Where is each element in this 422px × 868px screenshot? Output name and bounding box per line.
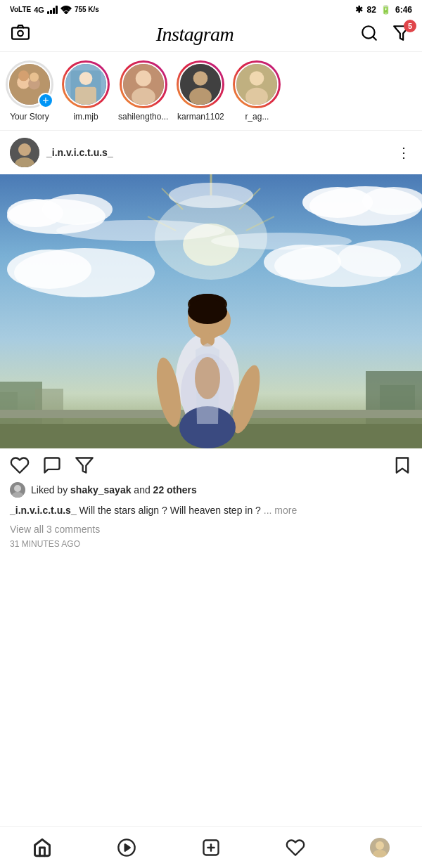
post-more-button[interactable]: ⋮ bbox=[397, 144, 412, 161]
nav-reels-button[interactable] bbox=[117, 838, 136, 857]
svg-marker-68 bbox=[76, 458, 92, 473]
svg-point-8 bbox=[18, 70, 29, 81]
karman1102-avatar bbox=[179, 63, 222, 106]
post-user-avatar[interactable] bbox=[10, 138, 39, 167]
story-item-r-ag[interactable]: r_ag... bbox=[233, 60, 281, 122]
post-user-info: _i.n.v.i.c.t.u.s_ bbox=[10, 138, 113, 167]
post-username[interactable]: _i.n.v.i.c.t.u.s_ bbox=[46, 147, 113, 158]
svg-point-79 bbox=[376, 841, 384, 850]
likes-and: and bbox=[131, 484, 153, 495]
message-badge: 5 bbox=[404, 20, 416, 32]
karman1102-avatar-wrap bbox=[177, 60, 224, 108]
signal-bars bbox=[47, 6, 58, 14]
battery-level: 82 bbox=[367, 5, 376, 15]
svg-point-46 bbox=[56, 220, 225, 241]
svg-point-41 bbox=[264, 245, 341, 280]
search-button[interactable] bbox=[360, 24, 378, 45]
post-caption: _i.n.v.i.c.t.u.s_ Will the stars align ?… bbox=[0, 502, 422, 522]
im-mjb-avatar bbox=[64, 63, 108, 106]
r-ag-ring bbox=[233, 60, 281, 108]
im-mjb-avatar-wrap bbox=[62, 60, 110, 108]
your-story-label: Your Story bbox=[10, 112, 49, 122]
post-actions bbox=[0, 448, 422, 481]
post-image-svg bbox=[0, 174, 422, 448]
caption-text: Will the stars align ? Will heaven step … bbox=[79, 505, 261, 516]
caption-more-link[interactable]: ... more bbox=[264, 505, 297, 516]
story-item-karman1102[interactable]: karman1102 bbox=[177, 60, 224, 122]
story-item-im-mjb[interactable]: im.mjb bbox=[62, 60, 110, 122]
svg-rect-0 bbox=[12, 27, 29, 39]
svg-point-47 bbox=[211, 233, 352, 250]
svg-point-38 bbox=[302, 187, 373, 218]
status-bar: VoLTE 4G 755 K/s ✱ 82 🔋 6:46 bbox=[0, 0, 422, 18]
network-label: 4G bbox=[34, 6, 44, 14]
post-header: _i.n.v.i.c.t.u.s_ ⋮ bbox=[0, 131, 422, 174]
r-ag-label: r_ag... bbox=[245, 112, 269, 122]
r-ag-avatar-wrap bbox=[233, 60, 281, 108]
svg-point-67 bbox=[195, 357, 220, 399]
nav-activity-button[interactable] bbox=[286, 838, 305, 857]
im-mjb-label: im.mjb bbox=[73, 112, 98, 122]
im-mjb-ring bbox=[62, 60, 110, 108]
bluetooth-icon: ✱ bbox=[355, 4, 363, 15]
app-header: Instagram 5 bbox=[0, 18, 422, 52]
comment-button[interactable] bbox=[42, 455, 62, 475]
sahilengeth-avatar-wrap bbox=[120, 60, 167, 108]
likes-count: 22 others bbox=[153, 484, 197, 495]
nav-profile-button[interactable] bbox=[370, 838, 390, 857]
sahilengeth-avatar bbox=[122, 63, 165, 106]
svg-point-45 bbox=[169, 183, 253, 208]
r-ag-avatar bbox=[235, 63, 279, 106]
nav-home-button[interactable] bbox=[32, 838, 52, 857]
wifi-icon bbox=[60, 6, 72, 14]
post-timestamp: 31 minutes ago bbox=[0, 538, 422, 557]
karman1102-ring bbox=[177, 60, 224, 108]
svg-rect-13 bbox=[75, 87, 96, 105]
save-button[interactable] bbox=[392, 455, 412, 475]
speed-label: 755 K/s bbox=[75, 6, 99, 13]
app-logo: Instagram bbox=[156, 23, 234, 46]
svg-point-18 bbox=[193, 71, 208, 86]
svg-point-15 bbox=[135, 70, 151, 86]
story-item-your-story[interactable]: + Your Story bbox=[6, 60, 53, 122]
share-button[interactable] bbox=[75, 455, 94, 475]
post-image bbox=[0, 174, 422, 448]
add-story-button[interactable]: + bbox=[38, 93, 53, 108]
your-story-avatar-wrap: + bbox=[6, 60, 53, 108]
post-likes: Liked by shaky_sayak and 22 others bbox=[0, 481, 422, 502]
sahilengeth-ring bbox=[120, 60, 167, 108]
likes-pre: Liked by bbox=[31, 484, 70, 495]
status-right: ✱ 82 🔋 6:46 bbox=[355, 4, 412, 15]
svg-point-19 bbox=[189, 88, 212, 106]
bottom-nav bbox=[0, 826, 422, 868]
svg-point-71 bbox=[14, 485, 21, 492]
svg-line-3 bbox=[373, 37, 376, 40]
karman1102-label: karman1102 bbox=[177, 112, 224, 122]
svg-point-16 bbox=[132, 88, 155, 106]
svg-marker-69 bbox=[397, 458, 408, 473]
carrier-label: VoLTE bbox=[10, 6, 31, 13]
nav-add-button[interactable] bbox=[201, 838, 221, 857]
messages-button[interactable]: 5 bbox=[392, 24, 411, 45]
svg-point-1 bbox=[18, 31, 23, 37]
view-comments-link[interactable]: View all 3 comments bbox=[0, 522, 422, 538]
story-item-sahilengeth[interactable]: sahilengtho... bbox=[118, 60, 168, 122]
svg-point-9 bbox=[30, 72, 39, 82]
like-button[interactable] bbox=[10, 455, 30, 475]
svg-point-24 bbox=[18, 143, 31, 156]
post-actions-left bbox=[10, 455, 94, 475]
status-left: VoLTE 4G 755 K/s bbox=[10, 6, 99, 14]
svg-point-36 bbox=[42, 194, 113, 225]
svg-point-12 bbox=[79, 72, 93, 85]
svg-marker-74 bbox=[125, 844, 130, 850]
svg-point-22 bbox=[245, 88, 268, 106]
camera-button[interactable] bbox=[11, 24, 30, 45]
caption-username[interactable]: _i.n.v.i.c.t.u.s_ bbox=[10, 505, 77, 516]
likes-user-avatar bbox=[10, 482, 25, 498]
time-label: 6:46 bbox=[395, 5, 412, 15]
stories-row: + Your Story im.mjb bbox=[0, 52, 422, 131]
svg-point-21 bbox=[250, 71, 264, 86]
likes-text: Liked by shaky_sayak and 22 others bbox=[31, 484, 197, 495]
svg-point-44 bbox=[7, 250, 91, 289]
likes-username[interactable]: shaky_sayak bbox=[70, 484, 131, 495]
